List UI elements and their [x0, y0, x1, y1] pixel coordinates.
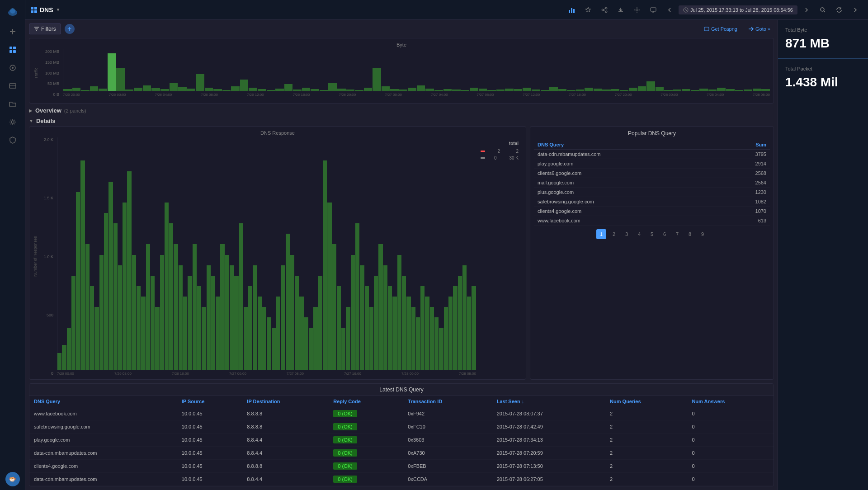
byte-bar-27: [302, 88, 311, 91]
latest-dns-row-4[interactable]: clients4.google.com10.0.0.458.8.8.80 (OK…: [29, 460, 774, 473]
dns-bar-83: [444, 307, 448, 370]
share-icon[interactable]: [597, 3, 612, 17]
svg-rect-14: [573, 9, 575, 13]
popular-dns-table: DNS Query Sum data-cdn.mbamupdates.com 3…: [534, 140, 770, 226]
col-header-num_answers: Num Answers: [687, 396, 774, 407]
time-range[interactable]: Jul 25, 2015 17:33:13 to Jul 28, 2015 08…: [679, 5, 797, 14]
byte-bar-60: [594, 89, 602, 91]
dns-bar-26: [179, 265, 183, 370]
app-title[interactable]: DNS ▼: [31, 6, 60, 14]
page-8[interactable]: 8: [685, 229, 695, 239]
sidebar-item-dashboard[interactable]: [4, 42, 22, 58]
goto-button[interactable]: Goto »: [745, 24, 774, 33]
latest-dns-row-0[interactable]: www.facebook.com10.0.0.458.8.8.80 (OK)0x…: [29, 407, 774, 420]
monitor-icon[interactable]: [646, 3, 660, 17]
search-icon[interactable]: [816, 3, 830, 17]
dns-bar-48: [281, 265, 285, 370]
overview-section-header[interactable]: ▶ Overview (2 panels): [29, 105, 774, 116]
popular-dns-query-5: safebrowsing.google.com: [534, 197, 721, 207]
latest-dns-dns_query-3: data-cdn.mbamupdates.com: [29, 447, 177, 460]
gear-icon[interactable]: [630, 3, 644, 17]
byte-bar-57: [567, 90, 576, 91]
byte-chart-title: Byte: [33, 42, 770, 47]
latest-dns-dns_query-0: www.facebook.com: [29, 407, 177, 420]
sidebar-item-settings[interactable]: [4, 114, 22, 130]
popular-dns-row-1[interactable]: play.google.com 2914: [534, 159, 770, 169]
svg-point-18: [636, 9, 638, 11]
page-7[interactable]: 7: [672, 229, 682, 239]
page-5[interactable]: 5: [647, 229, 657, 239]
user-avatar[interactable]: 🐡: [5, 472, 20, 486]
page-1[interactable]: 1: [596, 229, 606, 239]
dns-bar-0: [57, 353, 61, 370]
sidebar-item-table[interactable]: [4, 78, 22, 94]
col-header-dns_query: DNS Query: [29, 396, 177, 407]
latest-dns-ip_dest-2: 8.8.4.4: [242, 433, 329, 447]
get-pcapng-label: Get Pcapng: [711, 26, 737, 32]
page-4[interactable]: 4: [634, 229, 644, 239]
latest-dns-row-1[interactable]: safebrowsing.google.com10.0.0.458.8.8.80…: [29, 420, 774, 433]
svg-point-15: [605, 7, 607, 9]
reply-badge-4: 0 (OK): [333, 462, 357, 470]
byte-bar-23: [267, 90, 275, 91]
popular-dns-row-4[interactable]: plus.google.com 1230: [534, 188, 770, 197]
bar-chart-icon[interactable]: [565, 3, 579, 17]
latest-dns-row-5[interactable]: data-cdn.mbamupdates.com10.0.0.458.8.4.4…: [29, 473, 774, 486]
app-name: DNS: [40, 6, 53, 14]
popular-dns-query-1: play.google.com: [534, 159, 721, 169]
page-3[interactable]: 3: [622, 229, 632, 239]
sidebar-item-add[interactable]: [4, 24, 22, 40]
popular-dns-row-5[interactable]: safebrowsing.google.com 1082: [534, 197, 770, 207]
pcapng-icon: [704, 26, 709, 32]
latest-dns-row-2[interactable]: play.google.com10.0.0.458.8.4.40 (OK)0x3…: [29, 433, 774, 447]
dns-bar-71: [388, 286, 392, 370]
sidebar-item-security[interactable]: [4, 132, 22, 148]
dns-bar-2: [67, 328, 71, 370]
more-icon[interactable]: [848, 3, 863, 17]
dns-bar-72: [392, 297, 396, 370]
byte-bar-44: [452, 90, 461, 91]
sidebar-item-folder[interactable]: [4, 96, 22, 112]
dns-y-0: 0: [39, 371, 53, 376]
col-header-last_seen[interactable]: Last Seen ↓: [492, 396, 605, 407]
dns-bar-33: [211, 276, 215, 370]
prev-icon[interactable]: [662, 3, 677, 17]
star-icon[interactable]: [581, 3, 595, 17]
page-9[interactable]: 9: [698, 229, 708, 239]
sidebar-item-apps[interactable]: [4, 60, 22, 76]
overview-toggle-icon: ▶: [29, 108, 33, 113]
popular-dns-row-7[interactable]: www.facebook.com 613: [534, 216, 770, 226]
dns-bars: [57, 137, 476, 370]
dns-bar-86: [458, 276, 462, 370]
popular-dns-row-3[interactable]: mail.google.com 2564: [534, 178, 770, 188]
filters-button[interactable]: Filters: [29, 24, 61, 34]
byte-bar-72: [699, 89, 708, 91]
popular-dns-row-0[interactable]: data-cdn.mbamupdates.com 3795: [534, 150, 770, 159]
latest-dns-num_queries-3: 2: [605, 447, 687, 460]
sidebar: 🐡: [0, 0, 25, 490]
dns-bar-50: [290, 255, 294, 370]
refresh-icon[interactable]: [832, 3, 846, 17]
details-section-header[interactable]: ▼ Details: [29, 116, 774, 126]
byte-chart-container: Byte Traffic 200 MB 150 MB 100 MB 50 MB …: [29, 38, 774, 104]
popular-dns-row-6[interactable]: clients4.google.com 1070: [534, 207, 770, 216]
byte-bar-34: [364, 88, 373, 91]
dns-bar-70: [383, 265, 387, 370]
download-icon[interactable]: [613, 3, 628, 17]
byte-bar-17: [213, 89, 222, 91]
dns-bar-22: [160, 255, 164, 370]
get-pcapng-button[interactable]: Get Pcapng: [700, 24, 741, 33]
dns-bar-53: [304, 317, 308, 370]
page-2[interactable]: 2: [609, 229, 619, 239]
page-6[interactable]: 6: [660, 229, 670, 239]
next-icon[interactable]: [799, 3, 814, 17]
latest-dns-row-3[interactable]: data-cdn.mbamupdates.com10.0.0.458.8.4.4…: [29, 447, 774, 460]
byte-bar-5: [108, 53, 116, 91]
dns-bar-54: [309, 328, 313, 370]
byte-bar-40: [417, 85, 425, 91]
latest-dns-last_seen-0: 2015-07-28 08:07:37: [492, 407, 605, 420]
byte-bar-55: [549, 87, 558, 91]
popular-dns-row-2[interactable]: clients6.google.com 2568: [534, 169, 770, 178]
byte-bar-8: [134, 88, 142, 91]
add-filter-button[interactable]: +: [65, 24, 75, 34]
